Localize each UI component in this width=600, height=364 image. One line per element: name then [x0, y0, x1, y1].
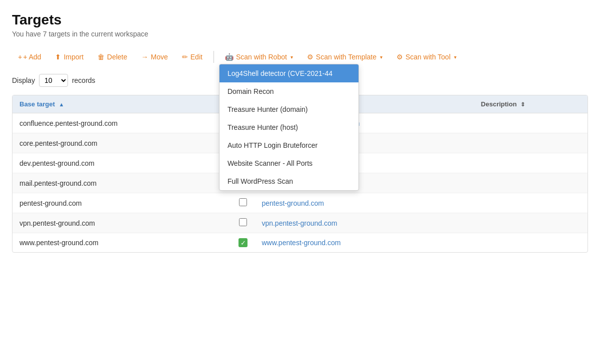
toolbar: + + Add ⬆ Import 🗑 Delete → Move ✏ Edit … [12, 50, 588, 64]
cell-checkbox[interactable] [232, 213, 254, 233]
template-gear-icon: ⚙ [307, 53, 314, 61]
scan-robot-label: Scan with Robot [236, 53, 287, 61]
table-row: pentest-ground.compentest-ground.com [12, 193, 588, 213]
scan-tool-label: Scan with Tool [406, 53, 450, 61]
col-base-target-label: Base target [20, 100, 55, 108]
dropdown-item-treasure-host[interactable]: Treasure Hunter (host) [220, 118, 358, 136]
edit-button[interactable]: ✏ Edit [176, 50, 208, 64]
cell-checkbox[interactable] [232, 193, 254, 213]
scan-robot-menu: Log4Shell detector (CVE-2021-44 Domain R… [219, 64, 359, 191]
move-icon: → [142, 53, 148, 61]
delete-button[interactable]: 🗑 Delete [92, 50, 133, 64]
cell-description [474, 133, 588, 153]
cell-base-target: confluence.pentest-ground.com [12, 113, 232, 133]
scan-tool-button[interactable]: ⚙ Scan with Tool ▾ [390, 50, 462, 64]
cell-target: www.pentest-ground.com [254, 233, 474, 253]
sort-both-icon: ⇕ [520, 101, 525, 107]
caret-down-icon: ▾ [290, 54, 293, 60]
edit-icon: ✏ [182, 53, 188, 61]
cell-base-target: www.pentest-ground.com [12, 233, 232, 253]
scan-template-label: Scan with Template [316, 53, 376, 61]
target-link[interactable]: www.pentest-ground.com [262, 239, 340, 247]
move-label: Move [151, 53, 168, 61]
row-checkbox[interactable] [239, 218, 247, 226]
dropdown-item-domain-recon[interactable]: Domain Recon [220, 82, 358, 100]
scan-robot-button[interactable]: 🤖 Scan with Robot ▾ [219, 50, 299, 64]
dropdown-item-log4shell[interactable]: Log4Shell detector (CVE-2021-44 [220, 64, 358, 82]
target-link[interactable]: pentest-ground.com [262, 199, 324, 207]
cell-base-target: mail.pentest-ground.com [12, 173, 232, 193]
tool-gear-icon: ⚙ [396, 53, 403, 61]
display-label: Display [12, 76, 35, 84]
sort-up-icon: ▲ [58, 101, 64, 107]
tool-caret-icon: ▾ [454, 54, 456, 60]
add-button[interactable]: + + Add [12, 50, 47, 64]
import-icon: ⬆ [55, 53, 61, 61]
target-link[interactable]: vpn.pentest-ground.com [262, 219, 337, 227]
delete-label: Delete [107, 53, 127, 61]
scan-template-button[interactable]: ⚙ Scan with Template ▾ [301, 50, 388, 64]
move-button[interactable]: → Move [136, 50, 174, 64]
import-button[interactable]: ⬆ Import [49, 50, 90, 64]
col-description-label: Description [481, 100, 517, 108]
import-label: Import [64, 53, 84, 61]
table-row: vpn.pentest-ground.comvpn.pentest-ground… [12, 213, 588, 233]
cell-checkbox[interactable]: ✓ [232, 233, 254, 253]
col-base-target[interactable]: Base target ▲ [12, 95, 232, 113]
cell-description [474, 173, 588, 193]
separator [214, 51, 214, 63]
edit-label: Edit [190, 53, 202, 61]
cell-description [474, 193, 588, 213]
cell-base-target: pentest-ground.com [12, 193, 232, 213]
add-label: + Add [23, 53, 41, 61]
cell-description [474, 113, 588, 133]
cell-base-target: dev.pentest-ground.com [12, 153, 232, 173]
cell-target: vpn.pentest-ground.com [254, 213, 474, 233]
cell-target: pentest-ground.com [254, 193, 474, 213]
cell-description [474, 213, 588, 233]
col-description[interactable]: Description ⇕ [474, 95, 588, 113]
records-select[interactable]: 10 25 50 100 [39, 74, 68, 87]
dropdown-item-wordpress[interactable]: Full WordPress Scan [220, 172, 358, 190]
dropdown-item-website-scanner[interactable]: Website Scanner - All Ports [220, 154, 358, 172]
robot-icon: 🤖 [225, 53, 234, 61]
dropdown-item-auto-http[interactable]: Auto HTTP Login Bruteforcer [220, 136, 358, 154]
checked-icon[interactable]: ✓ [238, 238, 248, 247]
cell-base-target: core.pentest-ground.com [12, 133, 232, 153]
cell-description [474, 153, 588, 173]
row-checkbox[interactable] [239, 198, 247, 206]
table-row: www.pentest-ground.com✓www.pentest-groun… [12, 233, 588, 253]
records-label: records [72, 76, 96, 84]
page-title: Targets [12, 12, 588, 28]
cell-description [474, 233, 588, 253]
dropdown-item-treasure-domain[interactable]: Treasure Hunter (domain) [220, 100, 358, 118]
trash-icon: 🗑 [98, 53, 104, 61]
scan-robot-dropdown: 🤖 Scan with Robot ▾ Log4Shell detector (… [219, 50, 299, 64]
add-icon: + [18, 53, 22, 61]
template-caret-icon: ▾ [380, 54, 382, 60]
cell-base-target: vpn.pentest-ground.com [12, 213, 232, 233]
page-subtitle: You have 7 targets in the current worksp… [12, 30, 588, 38]
